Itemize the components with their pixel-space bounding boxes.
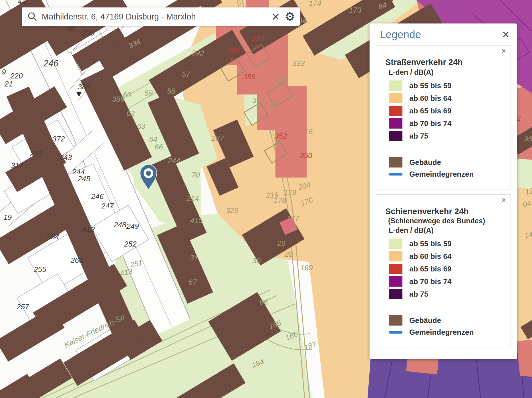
parcel-label: 9 — [2, 68, 6, 76]
legend-item: ab 65 bis 69 — [389, 106, 505, 116]
line-swatch — [389, 331, 402, 334]
parcel-label: 219 — [266, 191, 278, 199]
parcel-label: 243 — [59, 153, 72, 162]
parcel-label: 249 — [126, 222, 139, 230]
parcel-label: 263 — [70, 256, 83, 265]
legend-item: ab 60 bis 64 — [389, 93, 505, 103]
card-title: Straßenverkehr 24h — [385, 58, 505, 67]
parcel-label: 247 — [101, 202, 114, 210]
parcel-label: 230 — [82, 29, 95, 37]
swatch-list: ab 55 bis 59ab 60 bis 64ab 65 bis 69ab 7… — [384, 239, 505, 299]
legend-item-label: ab 70 bis 74 — [409, 277, 451, 286]
legend-card-schienenverkehr: × Schienenverkehr 24h (Schienenwege des … — [376, 194, 511, 348]
parcel-label: 246 — [91, 192, 104, 201]
parcel-label: 177 — [287, 214, 299, 223]
legend-item: ab 65 bis 69 — [389, 264, 505, 274]
parcel-label: 233 — [29, 149, 42, 158]
legend-item: Gemeindegrenzen — [389, 328, 505, 337]
parcel-label: 412 — [82, 225, 95, 234]
parcel-label: 220 — [10, 72, 23, 80]
parcel-label: 19 — [3, 213, 12, 222]
clear-search-icon[interactable]: × — [271, 11, 281, 22]
parcel-label: 372 — [52, 135, 65, 143]
parcel-label: 359 — [243, 72, 255, 81]
color-swatch — [389, 80, 402, 91]
parcel-label: 57 — [182, 70, 190, 78]
legend-item: ab 55 bis 59 — [389, 80, 505, 91]
parcel-label: 416 — [300, 127, 313, 136]
parcel-label: 174 — [309, 0, 321, 7]
parcel-label: 248 — [114, 220, 126, 229]
building-star-icon: ★ — [253, 43, 259, 49]
color-swatch — [389, 239, 402, 249]
parcel-label: 352 — [275, 132, 287, 140]
parcel-label: 245 — [78, 174, 90, 183]
parcel-label: 392 — [192, 49, 204, 57]
settings-gear-icon[interactable]: ⚙ — [285, 11, 295, 23]
swatch-list: ab 55 bis 59ab 60 bis 64ab 65 bis 69ab 7… — [384, 80, 505, 141]
legend-item: ab 75 — [389, 289, 505, 299]
parcel-label: 252 — [124, 240, 137, 248]
color-swatch — [389, 251, 402, 261]
search-input[interactable] — [41, 12, 267, 22]
parcel-label: 333 — [292, 59, 305, 68]
parcel-label: 179 — [284, 188, 296, 197]
legend-item-label: Gemeindegrenzen — [409, 328, 474, 337]
parcel-label: 64 — [149, 135, 157, 143]
parcel-label: 350 — [300, 151, 312, 160]
parcel-label: 356 — [227, 47, 240, 55]
parcel-label: 70 — [192, 171, 200, 179]
card-title: Schienenverkehr 24h — [385, 207, 505, 216]
line-swatch — [389, 173, 402, 176]
legend-close-icon[interactable]: × — [503, 29, 509, 40]
parcel-label: 60 — [123, 90, 131, 99]
parcel-label: 169 — [300, 263, 313, 272]
legend-item: Gebäude — [389, 315, 505, 326]
color-swatch — [389, 93, 402, 103]
legend-item: Gemeindegrenzen — [389, 170, 505, 179]
parcel-label: 31 — [190, 253, 198, 262]
card-close-icon[interactable]: × — [501, 196, 506, 205]
parcel-label: 30 — [252, 256, 261, 265]
parcel-label: 257 — [16, 302, 29, 311]
parcel-label: 21 — [4, 80, 13, 88]
parcel-label: 287 — [211, 134, 224, 143]
color-swatch — [389, 276, 402, 287]
legend-item: ab 75 — [389, 131, 505, 141]
parcel-label: 317 — [11, 161, 24, 170]
parcel-label: 67 — [188, 278, 197, 286]
parcel-label: 255 — [33, 265, 46, 274]
parcel-label: 415 — [190, 216, 203, 225]
parcel-label: 389 — [112, 95, 124, 103]
parcel-label: 46 — [66, 25, 75, 33]
parcel-label: 58 — [167, 87, 175, 95]
color-swatch — [389, 131, 402, 141]
parcel-label: 29 — [277, 239, 285, 248]
legend-item: ab 70 bis 74 — [389, 118, 505, 129]
legend-title: Legende — [380, 29, 421, 41]
color-swatch — [389, 106, 402, 116]
building-star-icon: ★ — [229, 56, 234, 62]
parcel-label: 59 — [144, 89, 153, 97]
legend-item: ab 70 bis 74 — [389, 276, 505, 287]
parcel-label: 66 — [155, 143, 163, 151]
legend-item-label: ab 75 — [409, 132, 428, 141]
parcel-label: 355 — [252, 34, 264, 43]
parcel-label: 214 — [186, 194, 199, 203]
card-close-icon[interactable]: × — [501, 47, 506, 56]
legend-panel: Legende × × Straßenverkehr 24h L-den / d… — [370, 23, 517, 359]
parcel-label: 96 — [524, 135, 532, 143]
building-star-icon: ★ — [255, 104, 261, 110]
legend-item-label: ab 60 bis 64 — [409, 94, 451, 103]
legend-item-label: ab 65 bis 69 — [409, 107, 451, 115]
parcel-label: 388 — [78, 82, 90, 91]
extra-list: GebäudeGemeindegrenzen — [384, 157, 505, 179]
legend-item-label: Gemeindegrenzen — [409, 170, 474, 179]
legend-item: ab 60 bis 64 — [389, 251, 505, 261]
color-swatch — [389, 157, 402, 168]
legend-item-label: ab 55 bis 59 — [409, 239, 451, 248]
parcel-label: 44 — [18, 0, 26, 6]
legend-item-label: ab 75 — [409, 290, 428, 299]
legend-item-label: ab 60 bis 64 — [409, 252, 451, 261]
parcel-label: 66 — [259, 298, 268, 306]
